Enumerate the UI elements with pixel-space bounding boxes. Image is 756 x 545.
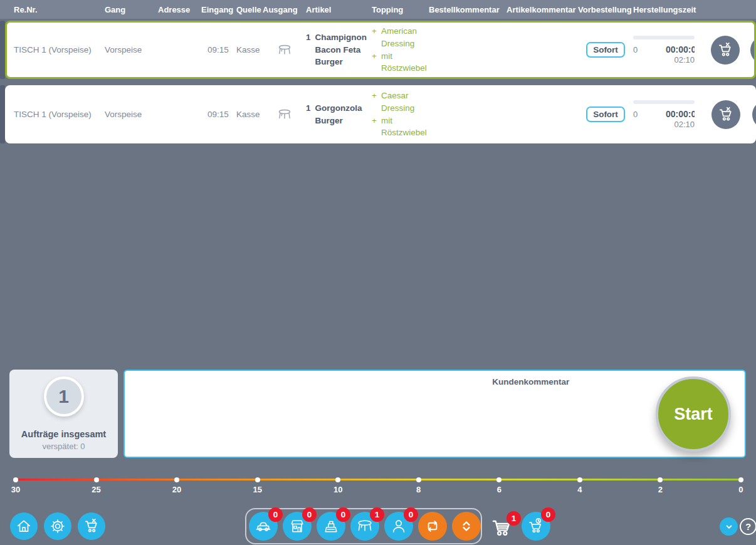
vorbestellung-badge: Sofort <box>586 106 625 122</box>
register-icon <box>322 517 340 535</box>
production-time: 02:10 <box>633 55 695 65</box>
sort-icon <box>458 517 475 535</box>
topping-name: mit Röstzwiebel <box>381 50 429 75</box>
timeline-dot <box>738 477 743 482</box>
cart-remove-icon <box>717 42 733 58</box>
table-icon <box>356 517 374 535</box>
order-re-nr: TISCH 1 (Vorspeise) <box>14 45 105 54</box>
toolbar-left <box>10 512 105 540</box>
elapsed-timer: 00:00:00 <box>666 109 695 119</box>
scheduled-cart-button[interactable]: 0 <box>522 512 550 541</box>
column-header-eingang: Eingang <box>201 5 236 14</box>
order-channel-group: 0 0 0 1 <box>245 508 482 544</box>
timeline-tick: 6 <box>492 477 506 494</box>
orders-total-count: 1 <box>44 376 84 417</box>
order-artikel-name: Gorgonzola Burger <box>315 102 367 127</box>
row-accent-bar <box>0 21 5 79</box>
orders-late-label: verspätet: 0 <box>9 442 118 451</box>
channel-pickup-button[interactable]: 0 <box>283 512 312 541</box>
timeline-dot <box>94 477 99 482</box>
timeline-tick: 20 <box>170 477 184 494</box>
chevron-down-icon <box>723 521 735 532</box>
herstellungszeit-cell: 0 00:00:00 02:10 <box>633 100 695 129</box>
topping-item: + mit Röstzwiebel <box>372 50 429 75</box>
column-header-herstellungszeit: Herstellungszeit <box>633 5 696 14</box>
timeline-dot <box>577 477 582 482</box>
pre-count: 0 <box>633 110 638 119</box>
person-icon <box>390 517 407 535</box>
topping-plus: + <box>372 50 377 75</box>
order-row-1[interactable]: TISCH 1 (Vorspeise) Vorspeise 09:15 Kass… <box>0 21 756 79</box>
sync-button[interactable] <box>418 512 447 541</box>
order-list: TISCH 1 (Vorspeise) Vorspeise 09:15 Kass… <box>0 21 756 143</box>
topping-name: mit Röstzwiebel <box>381 115 429 139</box>
column-header-vorbestellung: Vorbestellung <box>578 5 633 14</box>
channel-delivery-button[interactable]: 0 <box>249 512 278 541</box>
timeline-tick-label: 20 <box>172 485 181 494</box>
column-header-adresse: Adresse <box>158 5 201 14</box>
column-header-gang: Gang <box>105 5 158 14</box>
order-gang: Vorspeise <box>105 110 158 119</box>
timeline-dot <box>496 477 501 482</box>
order-qty: 1 <box>306 31 311 44</box>
channel-badge: 0 <box>302 507 317 522</box>
production-progress-bar <box>633 36 695 39</box>
timeline-dot <box>174 477 179 482</box>
timeline-tick-label: 30 <box>11 485 20 494</box>
channel-badge: 0 <box>268 507 283 522</box>
order-re-nr: TISCH 1 (Vorspeise) <box>14 110 105 119</box>
help-button[interactable]: ? <box>740 518 756 535</box>
cart-badge: 1 <box>507 511 521 526</box>
orders-total-label: Aufträge insgesamt <box>9 429 118 439</box>
timeline-tick-label: 2 <box>658 485 663 494</box>
order-row-2[interactable]: TISCH 1 (Vorspeise) Vorspeise 09:15 Kass… <box>0 85 756 143</box>
start-button[interactable]: Start <box>656 376 731 452</box>
question-icon: ? <box>745 521 751 532</box>
orders-summary-card: 1 Aufträge insgesamt verspätet: 0 <box>9 370 118 458</box>
timeline-tick-label: 4 <box>577 485 582 494</box>
column-header-artikelkommentar: Artikelkommentar <box>507 5 578 14</box>
order-ausgang <box>263 43 306 58</box>
topping-plus: + <box>372 90 377 114</box>
order-artikel: 1 Champignon Bacon Feta Burger <box>306 31 372 68</box>
timeline-dot <box>416 477 421 482</box>
app-screen: Re.Nr. Gang Adresse Eingang Quelle Ausga… <box>0 0 756 545</box>
column-header-ausgang: Ausgang <box>263 5 306 14</box>
column-header-topping: Topping <box>372 5 429 14</box>
clear-cart-button[interactable] <box>78 512 105 540</box>
vorbestellung-badge: Sofort <box>586 42 625 58</box>
topping-name: Caesar Dressing <box>381 90 429 114</box>
timeline-tick-label: 0 <box>738 485 743 494</box>
timeline-tick-label: 25 <box>92 485 100 494</box>
timeline-tick: 30 <box>9 477 23 494</box>
herstellungszeit-cell: 0 00:00:00 02:10 <box>633 36 695 65</box>
channel-badge: 1 <box>370 507 384 522</box>
channel-table-button[interactable]: 1 <box>350 512 379 541</box>
topping-item: + American Dressing <box>372 25 429 49</box>
channel-register-button[interactable]: 0 <box>317 512 345 541</box>
elapsed-timer: 00:00:00 <box>666 44 695 54</box>
cart-clock-icon <box>527 517 545 535</box>
channel-badge: 0 <box>404 507 418 522</box>
column-header-quelle: Quelle <box>236 5 263 14</box>
order-eingang: 09:15 <box>201 110 236 119</box>
cart-button[interactable]: 1 <box>490 515 515 540</box>
remove-order-button[interactable] <box>711 36 740 65</box>
topping-item: + Caesar Dressing <box>372 90 429 114</box>
timeline-tick: 10 <box>331 477 345 494</box>
table-icon <box>277 43 292 58</box>
settings-button[interactable] <box>44 512 71 540</box>
home-button[interactable] <box>10 512 38 540</box>
timeline-tick: 4 <box>573 477 587 494</box>
timeline-tick: 8 <box>412 477 426 494</box>
remove-order-button[interactable] <box>711 100 740 129</box>
collapse-button[interactable] <box>720 517 738 536</box>
order-quelle: Kasse <box>236 45 263 54</box>
secondary-action-button[interactable] <box>750 36 756 65</box>
timeline-dot <box>255 477 260 482</box>
secondary-action-button[interactable] <box>752 100 756 129</box>
topping-name: American Dressing <box>381 25 429 49</box>
channel-customer-button[interactable]: 0 <box>384 512 413 541</box>
sort-button[interactable] <box>452 512 481 541</box>
countdown-timeline: 30 25 20 15 10 8 6 4 2 0 <box>15 477 742 494</box>
